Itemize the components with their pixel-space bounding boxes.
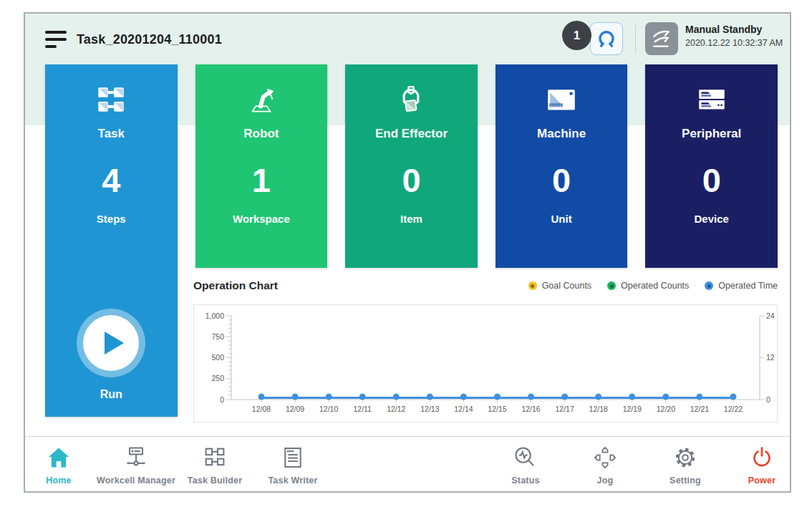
svg-text:12/09: 12/09 [286, 405, 304, 413]
operation-chart: 02505007501,0000122412/0812/0912/1012/11… [193, 304, 778, 422]
task-builder-icon [202, 444, 228, 471]
svg-text:24: 24 [766, 312, 775, 320]
svg-text:12/21: 12/21 [690, 405, 709, 413]
svg-text:500: 500 [211, 353, 224, 362]
card-peripheral-unit: Device [645, 213, 778, 225]
manual-hand-icon [650, 27, 673, 50]
card-task-name: Task [45, 127, 178, 141]
run-area: Run [45, 315, 178, 401]
topbar-divider [635, 25, 636, 54]
svg-text:12/16: 12/16 [521, 405, 540, 413]
play-icon [105, 332, 124, 354]
nav-task-writer[interactable]: Task Writer [246, 444, 339, 486]
svg-text:12/17: 12/17 [556, 405, 574, 413]
card-robot[interactable]: Robot 1 Workspace [195, 64, 328, 268]
card-machine[interactable]: Machine 0 Unit [496, 64, 628, 268]
svg-text:12/18: 12/18 [589, 405, 608, 413]
card-machine-name: Machine [496, 127, 628, 141]
operated-time-dot-icon [705, 281, 713, 290]
end-effector-icon [395, 84, 427, 117]
card-task[interactable]: Task 4 Steps Run [45, 64, 178, 417]
machine-icon [545, 84, 578, 117]
menu-hamburger-icon[interactable] [45, 31, 68, 49]
jog-icon [592, 444, 618, 471]
svg-text:0: 0 [220, 395, 224, 404]
home-icon [46, 444, 72, 471]
task-title: Task_20201204_110001 [77, 32, 222, 47]
notification-badge[interactable]: 1 [562, 21, 591, 50]
legend-goal-counts: Goal Counts [528, 281, 591, 291]
gripper-icon [596, 28, 617, 49]
svg-text:12/19: 12/19 [623, 405, 642, 413]
workcell-manager-icon [123, 444, 149, 471]
run-label: Run [45, 388, 178, 401]
svg-text:12/14: 12/14 [454, 405, 473, 413]
svg-text:12: 12 [766, 353, 775, 362]
peripheral-icon [695, 84, 728, 117]
card-end-effector-value: 0 [345, 163, 478, 198]
svg-text:250: 250 [211, 374, 224, 382]
svg-text:12/11: 12/11 [353, 405, 372, 413]
card-peripheral-name: Peripheral [645, 127, 778, 141]
card-machine-unit: Unit [496, 213, 628, 225]
svg-text:750: 750 [211, 332, 224, 341]
operated-counts-dot-icon [607, 281, 616, 290]
card-robot-unit: Workspace [195, 213, 328, 225]
robot-arm-icon [245, 84, 278, 117]
svg-text:12/08: 12/08 [252, 405, 271, 413]
svg-text:0: 0 [766, 395, 770, 404]
chart-legend: Goal Counts Operated Counts Operated Tim… [528, 281, 778, 291]
svg-text:12/13: 12/13 [420, 405, 439, 413]
svg-text:12/20: 12/20 [657, 405, 675, 413]
svg-text:12/10: 12/10 [319, 405, 338, 413]
chart-header: Operation Chart Goal Counts Operated Cou… [193, 279, 778, 292]
svg-text:12/22: 12/22 [724, 405, 743, 413]
legend-operated-time: Operated Time [705, 281, 778, 291]
svg-text:12/15: 12/15 [488, 405, 506, 413]
goal-counts-dot-icon [528, 281, 537, 290]
robot-status: Manual Standby 2020.12.22 10:32:37 AM [685, 24, 783, 48]
run-button[interactable] [83, 315, 139, 371]
card-robot-name: Robot [195, 127, 328, 141]
setting-icon [672, 444, 698, 471]
gripper-button[interactable] [590, 22, 623, 55]
status-timestamp: 2020.12.22 10:32:37 AM [685, 38, 783, 48]
status-mode: Manual Standby [685, 24, 783, 35]
app-window: Task_20201204_110001 1 Manual Standby 20… [24, 12, 791, 493]
svg-text:12/12: 12/12 [387, 405, 405, 413]
card-machine-value: 0 [496, 163, 628, 198]
chart-title: Operation Chart [193, 279, 278, 292]
nav-power[interactable]: Power [715, 444, 791, 486]
card-peripheral[interactable]: Peripheral 0 Device [645, 64, 778, 268]
legend-operated-counts: Operated Counts [607, 281, 689, 291]
svg-text:1,000: 1,000 [206, 312, 224, 320]
power-icon [749, 444, 775, 471]
card-task-value: 4 [45, 163, 178, 198]
card-end-effector-name: End Effector [345, 127, 478, 141]
task-writer-icon [280, 444, 306, 471]
nav-jog[interactable]: Jog [559, 444, 652, 486]
card-robot-value: 1 [195, 163, 328, 198]
card-task-unit: Steps [45, 213, 178, 225]
status-icon [513, 444, 538, 471]
operation-chart-canvas: 02505007501,0000122412/0812/0912/1012/11… [194, 305, 777, 422]
manual-mode-button[interactable] [645, 22, 678, 55]
card-end-effector-unit: Item [345, 213, 478, 225]
task-blocks-icon [95, 84, 127, 117]
card-end-effector[interactable]: End Effector 0 Item [345, 64, 478, 268]
card-peripheral-value: 0 [645, 163, 778, 198]
bottom-nav: Home Workcell Manager [25, 436, 790, 491]
